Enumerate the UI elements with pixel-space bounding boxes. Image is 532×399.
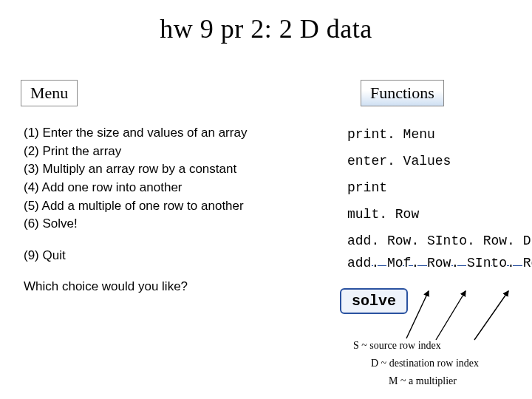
- functions-heading: Functions: [361, 80, 444, 106]
- menu-item: (2) Print the array: [24, 143, 304, 161]
- function-name: print. Menu: [347, 121, 532, 148]
- page-title: hw 9 pr 2: 2 D data: [0, 13, 532, 44]
- legend: S ~ source row index D ~ destination row…: [353, 337, 479, 389]
- menu-prompt: Which choice would you like?: [24, 278, 304, 296]
- solve-button: solve: [340, 288, 408, 314]
- legend-d: D ~ destination row index: [353, 355, 479, 372]
- svg-line-1: [436, 291, 466, 340]
- menu-item: (1) Enter the size and values of an arra…: [24, 124, 304, 143]
- menu-quit: (9) Quit: [24, 247, 304, 265]
- menu-heading: Menu: [21, 80, 78, 106]
- function-name: mult. Row: [347, 201, 532, 228]
- function-name: add. Mof. Row. SInto. Row. D: [347, 250, 532, 276]
- legend-s: S ~ source row index: [353, 337, 479, 355]
- menu-item: (6) Solve!: [24, 215, 304, 233]
- function-name: print: [347, 174, 532, 201]
- svg-line-0: [406, 291, 429, 338]
- menu-item: (5) Add a multiple of one row to another: [24, 197, 304, 216]
- menu-item: (3) Multiply an array row by a constant: [24, 160, 304, 179]
- menu-item: (4) Add one row into another: [24, 179, 304, 197]
- menu-body: (1) Enter the size and values of an arra…: [24, 124, 304, 296]
- function-name: enter. Values: [347, 148, 532, 174]
- functions-list: print. Menu enter. Values print mult. Ro…: [347, 121, 532, 281]
- legend-m: M ~ a multiplier: [353, 372, 479, 390]
- svg-line-2: [474, 291, 508, 340]
